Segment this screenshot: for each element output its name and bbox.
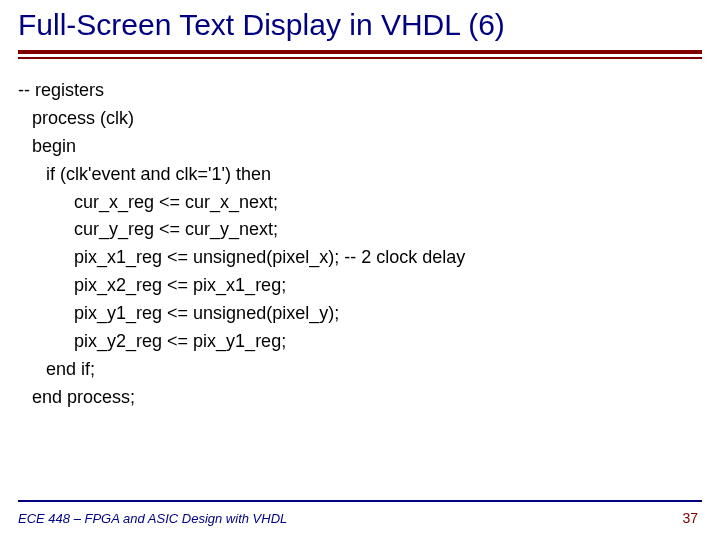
page-number: 37 (682, 510, 698, 526)
code-block: -- registers process (clk) begin if (clk… (18, 77, 702, 412)
code-line: if (clk'event and clk='1') then (18, 161, 702, 189)
code-line: begin (18, 133, 702, 161)
code-line: cur_y_reg <= cur_y_next; (18, 216, 702, 244)
rule-bot (18, 57, 702, 59)
code-line: -- registers (18, 77, 702, 105)
code-line: pix_x2_reg <= pix_x1_reg; (18, 272, 702, 300)
code-line: cur_x_reg <= cur_x_next; (18, 189, 702, 217)
code-line: pix_y2_reg <= pix_y1_reg; (18, 328, 702, 356)
slide-title: Full-Screen Text Display in VHDL (6) (18, 8, 702, 48)
footer-course: ECE 448 – FPGA and ASIC Design with VHDL (18, 511, 287, 526)
code-line: end if; (18, 356, 702, 384)
code-line: pix_x1_reg <= unsigned(pixel_x); -- 2 cl… (18, 244, 702, 272)
code-line: end process; (18, 384, 702, 412)
code-line: pix_y1_reg <= unsigned(pixel_y); (18, 300, 702, 328)
slide: Full-Screen Text Display in VHDL (6) -- … (0, 0, 720, 540)
code-line: process (clk) (18, 105, 702, 133)
title-rule (18, 50, 702, 59)
footer-rule (18, 500, 702, 502)
